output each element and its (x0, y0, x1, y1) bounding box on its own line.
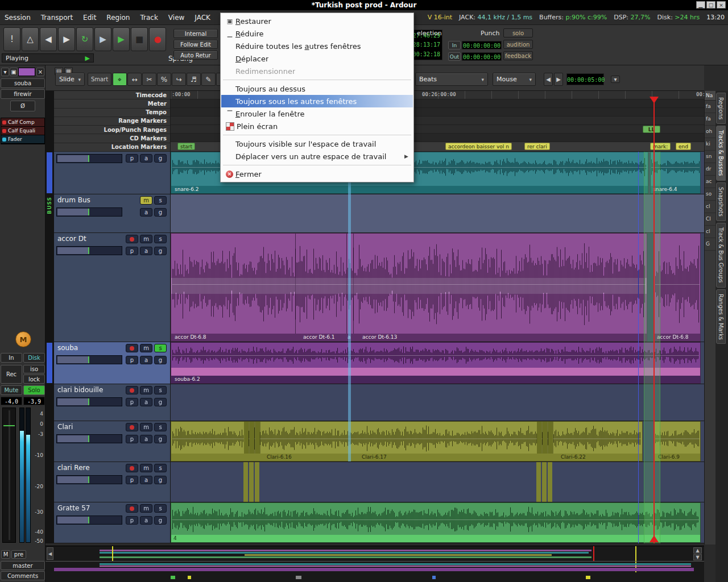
track-list-item[interactable]: G (705, 238, 715, 251)
gain-slider[interactable] (56, 397, 122, 406)
location-marker[interactable]: accordeon baisser vol n (445, 143, 512, 150)
context-menu-item[interactable]: Déplacer (221, 52, 413, 65)
location-marker[interactable]: rer clari (524, 143, 550, 150)
track-list-item[interactable]: cl (705, 201, 715, 213)
audio-region[interactable]: Clari-6.16 Clari-6.17 Clari-6.22 (171, 421, 643, 462)
group-button[interactable]: g (154, 208, 167, 217)
track-canvas[interactable] (171, 462, 704, 502)
strip-name-button[interactable]: souba (1, 78, 45, 88)
solo-button[interactable]: s (154, 423, 167, 431)
menu-item[interactable]: Session (5, 14, 31, 22)
automation-button[interactable]: a (140, 356, 152, 364)
region-slices[interactable] (536, 462, 553, 502)
solo-button[interactable]: s (154, 464, 167, 472)
mute-button[interactable]: m (140, 464, 152, 472)
automation-button[interactable]: a (140, 435, 152, 443)
playhead-line[interactable] (653, 97, 655, 543)
track-list-item[interactable]: so (705, 188, 715, 201)
scroll-left-icon[interactable]: ◀ (47, 547, 53, 560)
gain-slider[interactable] (56, 207, 122, 217)
track-header[interactable]: clari Rere m s p a g (54, 462, 171, 502)
playlist-button[interactable]: p (126, 476, 138, 484)
solo-button[interactable]: Solo (23, 385, 45, 395)
audio-region[interactable]: 4 (171, 502, 701, 543)
side-tab[interactable]: Ranges & Marks (716, 289, 726, 344)
track-header[interactable]: Clari m s p a g (54, 421, 171, 462)
gain-tool[interactable]: ♬ (187, 73, 201, 86)
track-list-item[interactable]: sn (705, 151, 715, 163)
phase-invert-button[interactable]: Ø (10, 101, 35, 111)
track-canvas[interactable]: 4 (171, 502, 704, 543)
disk-button[interactable]: Disk (23, 353, 45, 363)
punch-out-clock[interactable]: 00:00:00:00 (462, 52, 502, 61)
loop-range-chip[interactable]: LL (643, 126, 660, 133)
edit-point-select[interactable]: Mouse ▾ (493, 73, 536, 86)
record-arm-button[interactable] (126, 423, 138, 431)
comments-button[interactable]: Comments (1, 571, 45, 580)
track-header[interactable]: Gratte 57 m s p a g (54, 502, 171, 543)
track-name[interactable]: souba (57, 344, 78, 352)
scroll-down-icon[interactable]: ▼ (693, 554, 702, 560)
punch-out-button[interactable]: Out (448, 52, 461, 61)
audition-indicator-button[interactable]: audition (503, 40, 533, 49)
audio-region[interactable]: accor Dt-6.8 (654, 233, 701, 342)
loop-button[interactable]: ↻ (76, 27, 93, 51)
menu-item[interactable]: Edit (83, 14, 96, 22)
record-arm-button[interactable] (126, 235, 138, 243)
location-marker[interactable]: end (676, 143, 691, 150)
play-button[interactable]: ▶ (113, 27, 130, 51)
transport-mode-button[interactable]: Auto Retur (173, 51, 218, 60)
group-button[interactable]: g (154, 247, 167, 255)
track-select-bar[interactable] (47, 343, 52, 383)
menu-item[interactable]: Region (106, 14, 130, 22)
edit-mode-select[interactable]: Slide ▾ (55, 73, 85, 86)
maximize-button[interactable]: □ (706, 1, 715, 9)
solo-button[interactable]: s (154, 386, 167, 394)
peak-display[interactable]: -3,9 (23, 397, 45, 405)
audio-region[interactable]: souba-6.2 (171, 342, 701, 384)
transport-mode-button[interactable]: Internal (173, 29, 218, 38)
smart-mode-button[interactable]: Smart (88, 73, 111, 86)
playlist-button[interactable]: p (126, 435, 138, 443)
toolbar-expand-icon[interactable]: ▾ (611, 76, 620, 83)
nudge-back-button[interactable]: ◀ (544, 73, 553, 86)
mute-button[interactable]: m (140, 386, 152, 394)
goto-start-button[interactable]: ◀ (40, 27, 57, 51)
region-slices[interactable] (243, 462, 260, 502)
gain-slider[interactable] (56, 154, 122, 163)
context-menu-item[interactable]: Toujours sous les autres fenêtres (221, 95, 413, 107)
audio-region[interactable]: accor Dt-6.8 accor Dt-6.1 a accor Dt-6.1… (171, 233, 647, 342)
track-header[interactable]: drum Bus m s a g (54, 194, 171, 233)
track-list-item[interactable]: fa (705, 113, 715, 126)
side-tab[interactable]: Track & Bus Groups (716, 223, 726, 288)
title-bar[interactable]: *Turkish post prod - Ardour ▁ □ × (0, 0, 728, 10)
mute-button[interactable]: m (140, 344, 152, 352)
solo-button[interactable]: s (154, 344, 167, 352)
menu-item[interactable]: Track (140, 14, 158, 22)
track-select-bar[interactable] (47, 152, 52, 193)
mute-button[interactable]: m (140, 504, 152, 513)
context-menu-item[interactable]: Réduire toutes les autres fenêtres (221, 40, 413, 52)
track-list-item[interactable]: ac (705, 176, 715, 188)
meter-mode-button[interactable]: M (1, 550, 10, 559)
gain-slider[interactable] (56, 246, 122, 255)
audition-tool[interactable]: ↪ (172, 73, 186, 86)
group-button[interactable]: g (154, 356, 167, 364)
summary-view-band[interactable] (54, 568, 694, 571)
punch-in-clock[interactable]: 00:00:00:00 (462, 41, 502, 49)
playlist-button[interactable]: p (126, 398, 138, 406)
playlist-button[interactable]: p (126, 356, 138, 364)
gain-slider[interactable] (56, 516, 122, 525)
automation-button[interactable]: a (140, 247, 152, 255)
transport-mode-button[interactable]: Follow Edit (173, 40, 218, 49)
minimize-button[interactable]: ▁ (696, 1, 705, 9)
playhead-bottom-marker[interactable] (650, 535, 659, 542)
scroll-up-icon[interactable]: ▲ (693, 547, 702, 554)
group-button[interactable]: g (154, 435, 167, 443)
context-menu-item[interactable]: Plein écran (221, 120, 413, 132)
track-canvas[interactable]: Clari-6.16 Clari-6.17 Clari-6.22 Clari-6… (171, 421, 704, 462)
metering-medallion[interactable]: M (15, 331, 31, 347)
playlist-button[interactable]: p (126, 516, 138, 525)
context-menu-item[interactable]: Restaurer (221, 15, 413, 27)
record-arm-button[interactable] (126, 464, 138, 472)
